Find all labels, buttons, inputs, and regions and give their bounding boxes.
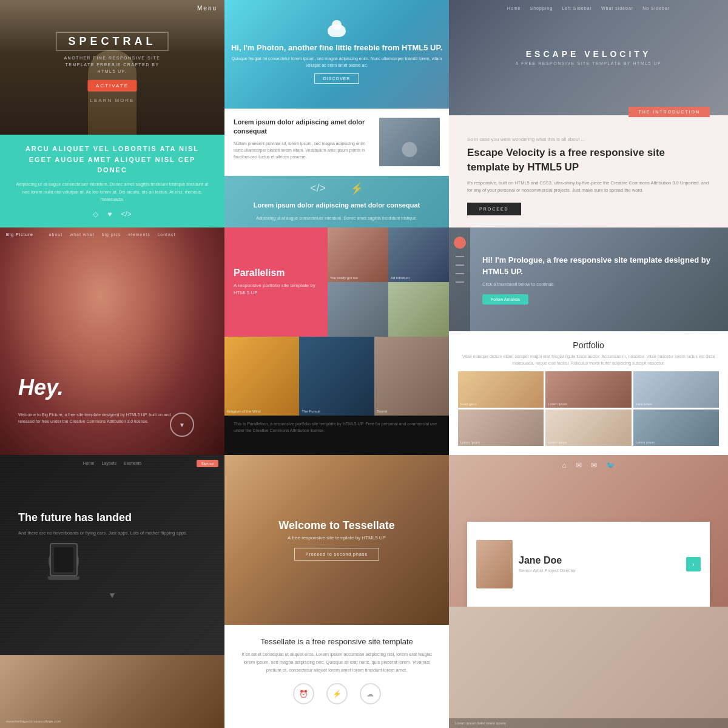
parallelism-photo-3 [328, 282, 388, 337]
tessellate-content-title: Tessellate is a free responsive site tem… [240, 637, 434, 646]
para-bot-photo-3: Bound [374, 337, 449, 416]
code-icon: </> [121, 210, 131, 218]
nav-no-sidebar[interactable]: No Sidebar [642, 6, 670, 10]
prologue-hero-sub: Click a thumbnail below to continue. [482, 281, 716, 288]
pro-photo-5[interactable]: Lorem ipsum [545, 410, 631, 446]
landed-main-title: The future has landed [18, 510, 206, 525]
prologue-cell: Hi! I'm Prologue, a free responsive site… [449, 228, 728, 455]
spectral-learn-more[interactable]: LEARN MORE [56, 97, 169, 103]
parallelism-photos: You really got me Ad infinitum [328, 228, 449, 337]
parallelism-photo-1: You really got me [328, 228, 388, 282]
nav-elements[interactable]: elements [128, 232, 150, 237]
spectral-title-block: SPECTRAL ANOTHER FINE RESPONSIVE SITE TE… [56, 32, 169, 103]
twitter-icon[interactable]: 🐦 [606, 461, 615, 470]
photon-section2-title: Lorem ipsum dolor adipiscing amet dolor … [254, 201, 420, 209]
pro-photo-1[interactable]: Even get it... [458, 371, 544, 408]
parallelism-subtitle: A responsive portfolio site template by … [234, 282, 318, 297]
prologue-card-info: Jane Doe Senior Artist Project Director [519, 555, 680, 573]
prologue-follow-btn[interactable]: Follow Amanda [482, 294, 528, 305]
prologue-card-white: Jane Doe Senior Artist Project Director … [467, 522, 710, 607]
home-icon[interactable]: ⌂ [562, 461, 566, 470]
pro-photo-4[interactable]: Lorem Ipsum [458, 410, 544, 446]
escape-main-title: Escape Velocity is a free responsive sit… [467, 146, 710, 175]
parallelism-title: Parallelism [234, 268, 318, 278]
parallelism-photo-4 [388, 282, 449, 337]
spectral-activate-btn[interactable]: ACTIVATE [87, 79, 137, 91]
tessellate-hero-sub: A free responsive site template by HTML5… [288, 535, 386, 541]
spectral-title: SPECTRAL [56, 32, 169, 51]
nav-layouts[interactable]: Layouts [101, 461, 116, 465]
tessellate-content-body: It sit amet consequat ut aliquet eros. L… [240, 651, 434, 674]
sidebar-item-2[interactable] [456, 265, 464, 266]
spectral-menu[interactable]: Menu [197, 5, 217, 12]
prologue-hero: Hi! I'm Prologue, a free responsive site… [449, 228, 728, 331]
para-bot-label-2: The Pursuit [302, 410, 320, 413]
pro-photo-3[interactable]: Jane lorem [633, 371, 719, 408]
diamond-icon: ◇ [93, 210, 98, 218]
nav-contact[interactable]: contact [158, 232, 176, 237]
para-bot-photo-1: Kingdom of the Wind [224, 337, 299, 416]
landed-laptop-container [18, 546, 206, 576]
prologue-card-arrow[interactable]: › [686, 557, 701, 571]
clock-icon: ⏰ [293, 683, 314, 704]
bigpicture-sub: Welcome to Big Picture, a free site temp… [18, 411, 188, 425]
nav-what-sidebar[interactable]: What sidebar [601, 6, 633, 10]
escape-intro-tab: THE INTRODUCTION [629, 107, 710, 117]
nav-what[interactable]: what what [70, 232, 95, 237]
landed-url: www.heritagechristiancollege.com [6, 720, 61, 723]
prologue-hero-title: Hi! I'm Prologue, a free responsive site… [482, 254, 716, 278]
parallelism-cell: Parallelism A responsive portfolio site … [224, 228, 449, 455]
bigpicture-cell: Big Picture about what what big pics ele… [0, 228, 224, 455]
bigpicture-nav: about what what big pics elements contac… [0, 232, 224, 237]
spectral-bottom: ARCU ALIQUET VEL LOBORTIS ATA NISL EGET … [0, 135, 224, 228]
tessellate-icons: ⏰ ⚡ ☁ [240, 683, 434, 704]
pro-photo-2[interactable]: Lorem Ipsum [545, 371, 631, 408]
photon-image1 [379, 118, 440, 166]
parallelism-intro: Parallelism A responsive portfolio site … [224, 228, 328, 337]
escape-title: ESCAPE VELOCITY [526, 49, 651, 59]
nav-left-sidebar[interactable]: Left Sidebar [562, 6, 592, 10]
prologue-card-bottom-bar: Lorem ipsum dolor lorem ipsum [449, 718, 728, 728]
landed-sub: And there are no hoverboards or flying c… [18, 530, 206, 537]
bigpicture-scroll[interactable]: ▼ [170, 413, 194, 437]
para-bot-photo-2: The Pursuit [299, 337, 374, 416]
escape-nav: Home Shopping Left Sidebar What sidebar … [449, 6, 728, 10]
landed-cell: Home Layouts Elements Sign up The future… [0, 455, 224, 728]
nav-home[interactable]: Home [507, 6, 521, 10]
nav-about[interactable]: about [49, 232, 63, 237]
prologue-card-bottom: Lorem ipsum dolor lorem ipsum [449, 607, 728, 728]
photo-label-2: Ad infinitum [391, 276, 410, 280]
prologue-portfolio-sub: Vitae natoque dictum etiam semper magni … [458, 353, 719, 366]
escape-cell: Home Shopping Left Sidebar What sidebar … [449, 0, 728, 228]
cloud-icon [328, 25, 346, 37]
nav-bigpics[interactable]: big pics [102, 232, 121, 237]
tessellate-hero-btn[interactable]: Proceed to second phase [294, 548, 379, 561]
mail-icon[interactable]: ✉ [576, 461, 582, 470]
nav-shopping[interactable]: Shopping [530, 6, 553, 10]
photon-section1-body: Nullam praesent pulvinar sit, lorem ipsu… [234, 140, 372, 161]
photon-discover-btn[interactable]: DISCOVER [314, 73, 360, 84]
heart-icon: ♥ [107, 210, 112, 218]
prologue-card-name: Jane Doe [519, 555, 680, 566]
prologue-card-avatar [476, 540, 513, 588]
nav-home[interactable]: Home [83, 461, 95, 465]
spectral-icons: ◇ ♥ </> [93, 210, 131, 218]
code-icon: </> [310, 182, 326, 195]
sidebar-item-4[interactable] [456, 281, 464, 283]
nav-elements[interactable]: Elements [124, 461, 141, 465]
landed-signup-btn[interactable]: Sign up [197, 460, 218, 467]
escape-proceed-btn[interactable]: PROCEED [467, 203, 521, 215]
mail2-icon[interactable]: ✉ [591, 461, 597, 470]
escape-subtitle: A FREE RESPONSIVE SITE TEMPLATE BY HTML5… [516, 61, 661, 66]
prologue-card-bottom-text: Lorem ipsum dolor lorem ipsum [455, 721, 722, 725]
spectral-body: Adipiscing ut at augue consectetuer inte… [15, 181, 209, 204]
pro-photo-label-1: Even get it... [460, 402, 479, 406]
tessellate-hero-title: Welcome to Tessellate [278, 519, 394, 532]
sidebar-item-3[interactable] [456, 273, 464, 274]
pro-photo-label-2: Lorem Ipsum [548, 402, 567, 406]
landed-scroll-arrow[interactable]: ▼ [18, 590, 206, 600]
sidebar-item-1[interactable] [456, 256, 464, 257]
tessellate-content: Tessellate is a free responsive site tem… [224, 625, 449, 728]
pro-photo-6[interactable]: Lorem ipsum [633, 410, 719, 446]
escape-content: THE INTRODUCTION So in case you were won… [449, 115, 728, 228]
